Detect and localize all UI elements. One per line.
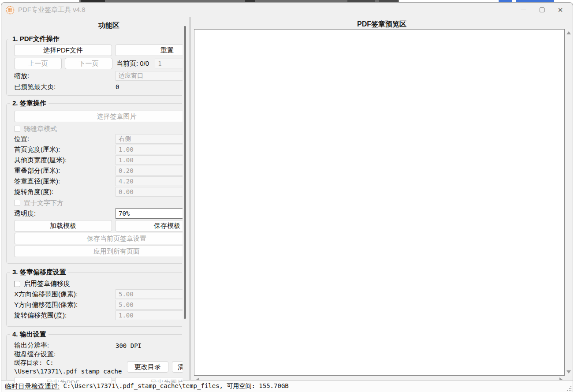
y-offset-input[interactable]: 5.00: [116, 300, 183, 310]
group-title: 4. 输出设置: [10, 330, 48, 339]
checkbox-icon: [14, 126, 20, 132]
first-page-width-input[interactable]: 1.00: [116, 145, 183, 154]
export-pdf-button[interactable]: 导出为PDF: [14, 377, 112, 383]
clean-cache-button[interactable]: 清理缓存: [172, 361, 183, 373]
pdf-preview-canvas: [194, 29, 565, 376]
resolution-label: 输出分辨率:: [14, 341, 116, 350]
overlap-label: 重叠部分(厘米):: [14, 167, 116, 175]
maximize-icon: [540, 7, 544, 12]
checkbox-icon: [14, 281, 20, 287]
panel-splitter[interactable]: [190, 17, 190, 383]
max-preview-value: 0: [116, 83, 119, 90]
export-image-button[interactable]: 导出为图片: [115, 377, 183, 383]
background-window-fragment: [499, 0, 512, 2]
status-text: C:\Users\17371\.pdf_stamp_cache\temp_fil…: [60, 382, 289, 390]
status-prefix: 临时目录检查通过:: [5, 382, 60, 391]
preview-panel: PDF签章预览区: [191, 17, 573, 383]
prev-page-button[interactable]: 上一页: [14, 58, 62, 69]
position-label: 位置:: [14, 135, 116, 143]
under-text-checkbox[interactable]: 置于文字下方: [6, 198, 183, 208]
screen: PDF专业签章工具 v4.8 ✕ 功能区 1. PDF文件操作 选择PDF文件: [0, 0, 574, 392]
reset-button[interactable]: 重置: [115, 45, 183, 56]
function-panel-scrollbar[interactable]: [182, 17, 188, 383]
current-page-label: 当前页: 0/0: [116, 60, 149, 68]
x-offset-label: X方向偏移范围(像素):: [14, 290, 116, 299]
scrollbar-thumb[interactable]: [184, 26, 186, 319]
maximize-button[interactable]: [536, 4, 548, 16]
cache-settings-label: 磁盘缓存设置:: [6, 350, 183, 358]
function-panel: 功能区 1. PDF文件操作 选择PDF文件 重置 上一页 下一页: [2, 17, 183, 383]
app-window: PDF专业签章工具 v4.8 ✕ 功能区 1. PDF文件操作 选择PDF文件: [1, 2, 573, 392]
enable-offset-checkbox[interactable]: 启用签章偏移度: [6, 279, 183, 289]
close-icon: ✕: [558, 7, 563, 13]
group-offset-settings: 3. 签章偏移度设置 启用签章偏移度 X方向偏移范围(像素): 5.00 Y方向…: [6, 268, 183, 327]
save-current-page-settings-button[interactable]: 保存当前页签章设置: [14, 233, 183, 244]
overlap-input[interactable]: 0.20: [116, 166, 183, 175]
resize-grip[interactable]: [564, 384, 571, 391]
next-page-button[interactable]: 下一页: [65, 58, 112, 69]
minimize-icon: [521, 10, 526, 10]
close-button[interactable]: ✕: [554, 4, 567, 16]
stamp-diameter-input[interactable]: 4.20: [116, 176, 183, 186]
cross-page-stamp-checkbox[interactable]: 骑缝章模式: [6, 124, 183, 134]
checkbox-label: 置于文字下方: [24, 199, 63, 207]
max-preview-label: 已预览最大页:: [14, 83, 116, 91]
rotation-offset-input[interactable]: 1.00: [116, 310, 183, 320]
preview-vertical-scrollbar[interactable]: [565, 29, 572, 376]
window-title: PDF专业签章工具 v4.8: [18, 6, 86, 14]
rotation-angle-label: 旋转角度(度):: [14, 188, 116, 196]
app-stamp-icon: [6, 6, 15, 15]
opacity-label: 透明度:: [14, 209, 116, 218]
window-controls: ✕: [517, 3, 567, 17]
select-pdf-button[interactable]: 选择PDF文件: [14, 45, 112, 56]
preview-panel-title: PDF签章预览区: [191, 17, 573, 29]
group-title: 3. 签章偏移度设置: [10, 268, 68, 276]
y-offset-label: Y方向偏移范围(像素):: [14, 301, 116, 309]
opacity-input[interactable]: 70%: [116, 208, 183, 219]
scroll-down-icon[interactable]: [567, 370, 571, 373]
checkbox-label: 骑缝章模式: [24, 125, 57, 133]
save-template-button[interactable]: 保存模板: [115, 220, 183, 231]
divider: [2, 32, 183, 32]
apply-to-all-pages-button[interactable]: 应用到所有页面: [14, 246, 183, 257]
checkbox-icon: [14, 200, 20, 206]
page-number-input[interactable]: 1: [155, 59, 183, 68]
x-offset-input[interactable]: 5.00: [116, 289, 183, 299]
load-template-button[interactable]: 加载模板: [14, 220, 112, 231]
minimize-button[interactable]: [517, 4, 529, 16]
scroll-up-icon[interactable]: [567, 31, 571, 34]
titlebar[interactable]: PDF专业签章工具 v4.8 ✕: [1, 3, 573, 17]
checkbox-label: 启用签章偏移度: [24, 280, 70, 288]
group-stamp-operations: 2. 签章操作 选择签章图片 骑缝章模式 位置: 右侧: [6, 99, 183, 264]
stamp-diameter-label: 签章直径(厘米):: [14, 177, 116, 186]
function-panel-content: 功能区 1. PDF文件操作 选择PDF文件 重置 上一页 下一页: [2, 17, 183, 383]
rotation-offset-label: 旋转偏移范围(度):: [14, 311, 116, 320]
other-page-width-input[interactable]: 1.00: [116, 155, 183, 165]
other-page-width-label: 其他页宽度(厘米):: [14, 156, 116, 164]
group-pdf-file-operations: 1. PDF文件操作 选择PDF文件 重置 上一页 下一页 当前页: 0/0 1: [6, 35, 183, 96]
function-panel-title: 功能区: [2, 17, 183, 30]
group-title: 2. 签章操作: [10, 99, 48, 108]
change-directory-button[interactable]: 更改目录: [127, 361, 168, 373]
position-combobox[interactable]: 右侧: [116, 134, 183, 144]
zoom-combobox[interactable]: 适应窗口: [116, 71, 183, 81]
select-stamp-image-button[interactable]: 选择签章图片: [14, 111, 183, 122]
resolution-value: 300 DPI: [116, 342, 142, 349]
rotation-angle-input[interactable]: 0.00: [116, 187, 183, 197]
group-title: 1. PDF文件操作: [10, 35, 62, 43]
zoom-label: 缩放:: [14, 72, 116, 80]
first-page-width-label: 首页宽度(厘米):: [14, 146, 116, 154]
group-output-settings: 4. 输出设置 输出分辨率: 300 DPI 磁盘缓存设置: 缓存目录: C: …: [6, 330, 183, 383]
